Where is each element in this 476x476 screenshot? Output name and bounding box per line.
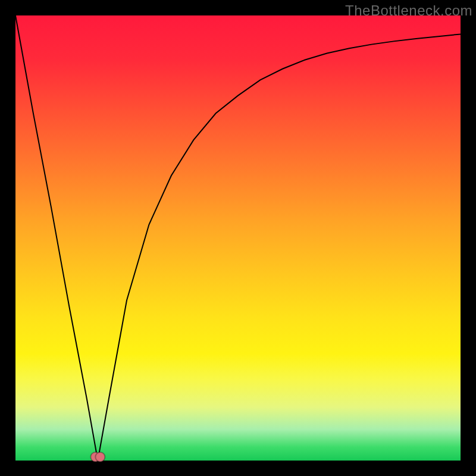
bottleneck-curve bbox=[15, 15, 461, 461]
plot-area bbox=[15, 15, 461, 461]
watermark-text: TheBottleneck.com bbox=[345, 2, 472, 19]
curve-svg bbox=[15, 15, 461, 461]
svg-point-1 bbox=[95, 452, 105, 462]
chart-frame: TheBottleneck.com bbox=[0, 0, 476, 476]
minimum-marker bbox=[90, 452, 105, 462]
